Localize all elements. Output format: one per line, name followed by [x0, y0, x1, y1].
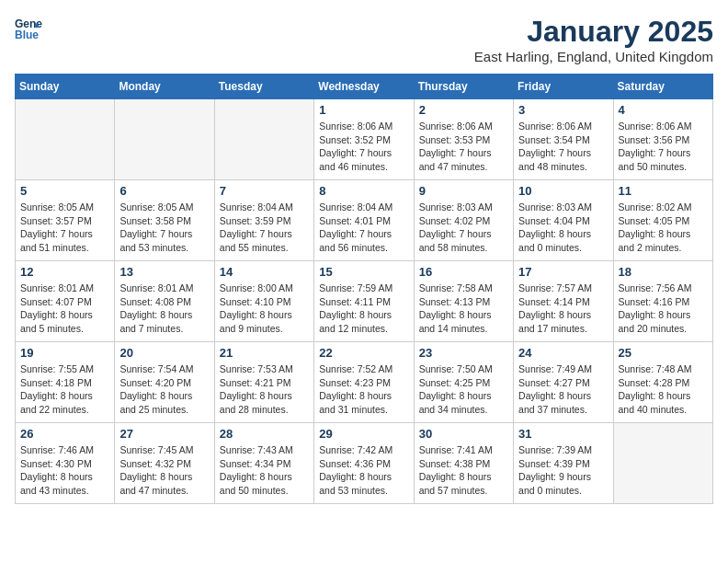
calendar-cell: 5Sunrise: 8:05 AMSunset: 3:57 PMDaylight… [16, 180, 115, 261]
day-info: Sunrise: 7:48 AMSunset: 4:28 PMDaylight:… [619, 362, 708, 417]
calendar-cell: 20Sunrise: 7:54 AMSunset: 4:20 PMDayligh… [115, 342, 214, 423]
calendar-cell: 8Sunrise: 8:04 AMSunset: 4:01 PMDaylight… [314, 180, 414, 261]
calendar-cell: 11Sunrise: 8:02 AMSunset: 4:05 PMDayligh… [613, 180, 712, 261]
day-info: Sunrise: 8:06 AMSunset: 3:52 PMDaylight:… [319, 120, 408, 174]
week-row-5: 26Sunrise: 7:46 AMSunset: 4:30 PMDayligh… [16, 423, 713, 504]
calendar-cell: 28Sunrise: 7:43 AMSunset: 4:34 PMDayligh… [214, 423, 313, 504]
weekday-header-saturday: Saturday [613, 75, 712, 99]
day-info: Sunrise: 7:39 AMSunset: 4:39 PMDaylight:… [518, 443, 608, 498]
calendar-cell: 24Sunrise: 7:49 AMSunset: 4:27 PMDayligh… [514, 342, 613, 423]
day-info: Sunrise: 8:00 AMSunset: 4:10 PMDaylight:… [220, 282, 309, 336]
day-number: 22 [319, 346, 408, 360]
day-info: Sunrise: 7:42 AMSunset: 4:36 PMDaylight:… [319, 443, 408, 498]
calendar-cell [613, 423, 712, 504]
day-info: Sunrise: 8:03 AMSunset: 4:04 PMDaylight:… [518, 201, 608, 255]
calendar-cell: 18Sunrise: 7:56 AMSunset: 4:16 PMDayligh… [613, 261, 712, 342]
logo: General Blue [15, 15, 42, 42]
calendar-cell: 27Sunrise: 7:45 AMSunset: 4:32 PMDayligh… [115, 423, 214, 504]
day-number: 14 [220, 265, 309, 279]
day-info: Sunrise: 8:01 AMSunset: 4:07 PMDaylight:… [20, 282, 109, 336]
day-info: Sunrise: 8:01 AMSunset: 4:08 PMDaylight:… [119, 282, 209, 336]
day-number: 23 [419, 346, 508, 360]
day-number: 19 [20, 346, 109, 360]
calendar-cell: 10Sunrise: 8:03 AMSunset: 4:04 PMDayligh… [514, 180, 613, 261]
calendar-cell: 2Sunrise: 8:06 AMSunset: 3:53 PMDaylight… [414, 99, 513, 180]
day-info: Sunrise: 8:05 AMSunset: 3:57 PMDaylight:… [20, 201, 109, 255]
day-number: 29 [319, 427, 408, 441]
weekday-header-sunday: Sunday [16, 75, 115, 99]
day-info: Sunrise: 8:02 AMSunset: 4:05 PMDaylight:… [619, 201, 708, 255]
week-row-3: 12Sunrise: 8:01 AMSunset: 4:07 PMDayligh… [16, 261, 713, 342]
day-number: 26 [20, 427, 109, 441]
day-info: Sunrise: 7:56 AMSunset: 4:16 PMDaylight:… [619, 282, 708, 336]
day-info: Sunrise: 7:50 AMSunset: 4:25 PMDaylight:… [419, 362, 508, 417]
calendar-cell: 6Sunrise: 8:05 AMSunset: 3:58 PMDaylight… [115, 180, 214, 261]
day-info: Sunrise: 8:05 AMSunset: 3:58 PMDaylight:… [119, 201, 209, 255]
day-number: 16 [419, 265, 508, 279]
day-number: 5 [20, 184, 109, 198]
calendar-cell: 1Sunrise: 8:06 AMSunset: 3:52 PMDaylight… [314, 99, 414, 180]
calendar-cell: 19Sunrise: 7:55 AMSunset: 4:18 PMDayligh… [16, 342, 115, 423]
day-info: Sunrise: 7:46 AMSunset: 4:30 PMDaylight:… [20, 443, 109, 498]
weekday-header-monday: Monday [115, 75, 214, 99]
week-row-2: 5Sunrise: 8:05 AMSunset: 3:57 PMDaylight… [16, 180, 713, 261]
day-info: Sunrise: 8:06 AMSunset: 3:53 PMDaylight:… [419, 120, 508, 174]
day-info: Sunrise: 8:04 AMSunset: 3:59 PMDaylight:… [220, 201, 309, 255]
calendar-cell: 30Sunrise: 7:41 AMSunset: 4:38 PMDayligh… [414, 423, 513, 504]
calendar: SundayMondayTuesdayWednesdayThursdayFrid… [15, 74, 713, 504]
day-number: 27 [119, 427, 209, 441]
day-number: 21 [220, 346, 309, 360]
calendar-cell: 17Sunrise: 7:57 AMSunset: 4:14 PMDayligh… [514, 261, 613, 342]
day-number: 20 [119, 346, 209, 360]
weekday-header-friday: Friday [514, 75, 613, 99]
weekday-header-wednesday: Wednesday [314, 75, 414, 99]
calendar-cell [115, 99, 214, 180]
day-number: 12 [20, 265, 109, 279]
day-number: 25 [619, 346, 708, 360]
weekday-header-tuesday: Tuesday [214, 75, 313, 99]
day-info: Sunrise: 7:41 AMSunset: 4:38 PMDaylight:… [419, 443, 508, 498]
day-info: Sunrise: 8:04 AMSunset: 4:01 PMDaylight:… [319, 201, 408, 255]
calendar-cell: 15Sunrise: 7:59 AMSunset: 4:11 PMDayligh… [314, 261, 414, 342]
day-number: 31 [518, 427, 608, 441]
month-title: January 2025 [474, 15, 713, 49]
day-info: Sunrise: 7:43 AMSunset: 4:34 PMDaylight:… [220, 443, 309, 498]
day-info: Sunrise: 7:57 AMSunset: 4:14 PMDaylight:… [518, 282, 608, 336]
day-info: Sunrise: 7:59 AMSunset: 4:11 PMDaylight:… [319, 282, 408, 336]
day-number: 1 [319, 103, 408, 117]
day-number: 10 [518, 184, 608, 198]
day-number: 13 [119, 265, 209, 279]
weekday-header-row: SundayMondayTuesdayWednesdayThursdayFrid… [16, 75, 713, 99]
day-info: Sunrise: 7:58 AMSunset: 4:13 PMDaylight:… [419, 282, 508, 336]
day-info: Sunrise: 8:03 AMSunset: 4:02 PMDaylight:… [419, 201, 508, 255]
day-number: 6 [119, 184, 209, 198]
day-number: 24 [518, 346, 608, 360]
calendar-cell: 3Sunrise: 8:06 AMSunset: 3:54 PMDaylight… [514, 99, 613, 180]
day-number: 18 [619, 265, 708, 279]
calendar-cell: 26Sunrise: 7:46 AMSunset: 4:30 PMDayligh… [16, 423, 115, 504]
day-number: 8 [319, 184, 408, 198]
day-number: 15 [319, 265, 408, 279]
week-row-4: 19Sunrise: 7:55 AMSunset: 4:18 PMDayligh… [16, 342, 713, 423]
day-info: Sunrise: 7:55 AMSunset: 4:18 PMDaylight:… [20, 362, 109, 417]
calendar-cell: 22Sunrise: 7:52 AMSunset: 4:23 PMDayligh… [314, 342, 414, 423]
day-number: 4 [619, 103, 708, 117]
calendar-cell: 14Sunrise: 8:00 AMSunset: 4:10 PMDayligh… [214, 261, 313, 342]
calendar-cell: 25Sunrise: 7:48 AMSunset: 4:28 PMDayligh… [613, 342, 712, 423]
day-info: Sunrise: 7:54 AMSunset: 4:20 PMDaylight:… [119, 362, 209, 417]
title-area: January 2025 East Harling, England, Unit… [474, 15, 713, 64]
day-number: 3 [518, 103, 608, 117]
day-info: Sunrise: 8:06 AMSunset: 3:54 PMDaylight:… [518, 120, 608, 174]
day-number: 17 [518, 265, 608, 279]
calendar-cell: 13Sunrise: 8:01 AMSunset: 4:08 PMDayligh… [115, 261, 214, 342]
calendar-cell: 21Sunrise: 7:53 AMSunset: 4:21 PMDayligh… [214, 342, 313, 423]
day-info: Sunrise: 7:52 AMSunset: 4:23 PMDaylight:… [319, 362, 408, 417]
calendar-cell: 9Sunrise: 8:03 AMSunset: 4:02 PMDaylight… [414, 180, 513, 261]
day-info: Sunrise: 8:06 AMSunset: 3:56 PMDaylight:… [619, 120, 708, 174]
logo-icon: General Blue [15, 15, 42, 42]
calendar-cell [16, 99, 115, 180]
day-number: 28 [220, 427, 309, 441]
svg-text:Blue: Blue [15, 29, 39, 41]
calendar-cell [214, 99, 313, 180]
day-number: 9 [419, 184, 508, 198]
